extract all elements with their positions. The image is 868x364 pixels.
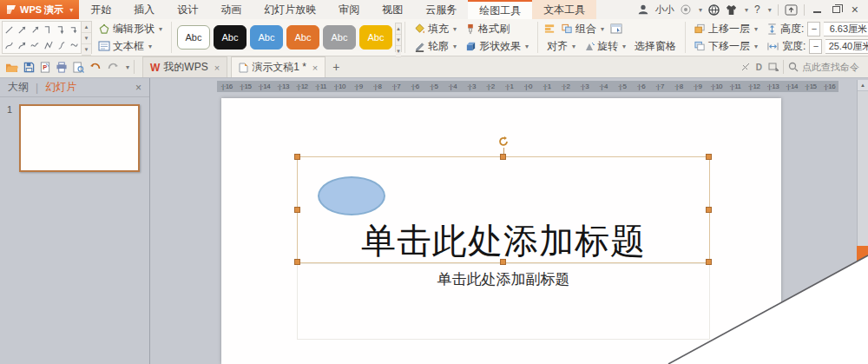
restore-toolbar-icon[interactable] [785, 4, 798, 16]
format-painter-button[interactable]: 格式刷 [463, 21, 512, 37]
export-pdf-icon[interactable]: P [40, 62, 50, 73]
width-decrement-button[interactable]: − [809, 39, 822, 54]
tab-drawing-tools[interactable]: 绘图工具 [468, 0, 532, 19]
connector-shape-icon-10[interactable] [56, 40, 67, 51]
scrollbar-thumb[interactable] [857, 246, 868, 268]
title-placeholder-text[interactable]: 单击此处添加标题 [361, 224, 646, 262]
selection-handle-1[interactable] [500, 154, 506, 160]
print-icon[interactable] [56, 62, 68, 73]
undo-icon[interactable] [89, 62, 102, 72]
shape-style-4[interactable]: Abc [323, 25, 356, 50]
style-more-icon[interactable]: ▼ [396, 46, 401, 57]
connector-shape-icon-1[interactable] [16, 24, 28, 36]
close-tab-icon[interactable]: × [214, 63, 220, 73]
align-button[interactable]: 对齐▾ [544, 38, 578, 55]
textbox-button[interactable]: 文本框▾ [95, 38, 165, 55]
window-arrange-icon[interactable] [768, 63, 779, 71]
bring-forward-button[interactable]: 上移一层▾ [692, 21, 760, 37]
menu-item-4[interactable]: 幻灯片放映 [253, 0, 327, 19]
height-decrement-button[interactable]: − [807, 22, 820, 36]
maximize-restore-button[interactable] [830, 3, 843, 16]
selection-handle-3[interactable] [294, 207, 300, 213]
chevron-down-icon[interactable]: ▾ [699, 6, 702, 14]
x-tool-icon[interactable] [741, 63, 750, 71]
minimize-button[interactable] [811, 3, 824, 16]
connector-shape-icon-6[interactable] [3, 40, 15, 51]
title-placeholder[interactable]: 单击此处添加标题 [297, 156, 710, 263]
style-scroll-up-icon[interactable]: ▲ [396, 23, 401, 35]
print-preview-icon[interactable] [73, 62, 84, 73]
menu-item-6[interactable]: 视图 [371, 0, 414, 19]
menu-item-2[interactable]: 设计 [166, 0, 209, 19]
scroll-up-icon[interactable]: ▲ [858, 80, 868, 91]
help-button[interactable]: ? [754, 3, 760, 16]
tab-presentation1[interactable]: 演示文稿1 * × [231, 56, 326, 77]
connector-shape-icon-4[interactable] [56, 24, 67, 36]
tab-outline[interactable]: 大纲 [8, 80, 29, 95]
menu-item-1[interactable]: 插入 [122, 0, 166, 19]
shape-style-2[interactable]: Abc [250, 25, 283, 50]
outline-button[interactable]: 轮廓▾ [411, 38, 459, 55]
selection-handle-7[interactable] [706, 259, 712, 265]
open-folder-icon[interactable] [5, 62, 18, 73]
skin-shirt-icon[interactable] [726, 4, 737, 16]
new-tab-button[interactable]: + [326, 60, 346, 74]
selection-handle-0[interactable] [294, 154, 300, 160]
connector-shape-icon-8[interactable] [30, 40, 41, 51]
chevron-down-icon[interactable]: ▾ [768, 6, 772, 14]
redo-icon[interactable] [107, 62, 119, 72]
selection-pane-button[interactable]: 选择窗格 [632, 38, 679, 55]
selection-handle-4[interactable] [706, 207, 712, 213]
shape-style-1[interactable]: Abc [214, 25, 247, 50]
connector-shape-icon-0[interactable] [3, 24, 15, 36]
shape-style-0[interactable]: Abc [177, 25, 210, 50]
shape-effects-button[interactable]: 形状效果▾ [463, 38, 531, 55]
tab-my-wps[interactable]: W 我的WPS × [142, 56, 227, 77]
close-button[interactable]: × [849, 3, 861, 17]
connector-shape-icon-11[interactable] [69, 40, 80, 51]
subtitle-placeholder-text[interactable]: 单击此处添加副标题 [437, 269, 570, 339]
subtitle-placeholder[interactable]: 单击此处添加副标题 [297, 263, 710, 340]
connector-shape-icon-5[interactable] [69, 24, 80, 36]
rotate-button[interactable]: 旋转▾ [582, 38, 628, 55]
wps-menu-button[interactable]: WPS 演示 ▾ [0, 0, 79, 19]
gallery-scroll-down-icon[interactable]: ▼ [82, 33, 91, 44]
gallery-scroll-up-icon[interactable]: ▲ [82, 22, 91, 33]
d-tool-icon[interactable]: D [756, 63, 762, 72]
send-backward-button[interactable]: 下移一层▾ [692, 38, 760, 55]
slide-editing-area[interactable]: 单击此处添加标题 单击此处添加副标题 [221, 98, 781, 364]
connector-shape-icon-7[interactable] [16, 40, 28, 51]
group-button[interactable]: 组合▾ [559, 21, 607, 37]
menu-item-7[interactable]: 云服务 [414, 0, 468, 19]
edit-shape-button[interactable]: 编辑形状▾ [95, 21, 165, 37]
chevron-down-icon[interactable]: ▾ [745, 6, 748, 14]
selection-handle-2[interactable] [706, 154, 712, 160]
globe-icon[interactable] [708, 4, 720, 16]
tab-text-tools[interactable]: 文本工具 [532, 0, 596, 19]
avatar-icon[interactable] [637, 3, 649, 16]
vertical-scrollbar[interactable]: ▲ [857, 80, 868, 364]
selection-handle-6[interactable] [500, 259, 506, 265]
selection-handle-5[interactable] [294, 259, 300, 265]
user-name[interactable]: 小小 [655, 3, 674, 17]
height-value-field[interactable]: 6.63厘米 [824, 22, 868, 36]
connector-shape-icon-2[interactable] [30, 24, 41, 36]
width-value-field[interactable]: 25.40厘米 [825, 39, 868, 54]
connector-shape-icon-9[interactable] [43, 40, 54, 51]
shape-style-3[interactable]: Abc [286, 25, 319, 50]
slide-thumbnail[interactable] [19, 104, 140, 172]
connector-shape-icon-3[interactable] [43, 24, 54, 36]
menu-item-5[interactable]: 审阅 [327, 0, 371, 19]
menu-item-0[interactable]: 开始 [79, 0, 122, 19]
menu-item-3[interactable]: 动画 [209, 0, 253, 19]
tab-slides[interactable]: 幻灯片 [45, 80, 76, 95]
style-scroll-down-icon[interactable]: ▼ [396, 35, 401, 46]
gallery-more-icon[interactable]: ▼ [82, 44, 91, 56]
close-panel-icon[interactable]: × [135, 82, 141, 94]
save-icon[interactable] [23, 62, 35, 73]
find-command-box[interactable]: 点此查找命令 [788, 61, 863, 74]
vip-badge-icon[interactable] [681, 4, 691, 15]
fill-button[interactable]: 填充▾ [411, 21, 459, 37]
close-tab-icon[interactable]: × [312, 63, 318, 73]
rotate-handle-icon[interactable] [497, 136, 510, 148]
